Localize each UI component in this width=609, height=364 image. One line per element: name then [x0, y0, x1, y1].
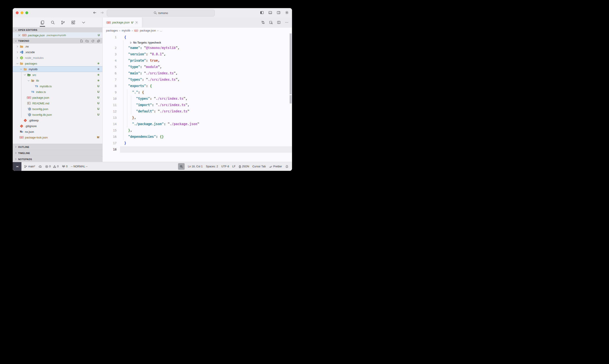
- tree-item-label: .vscode: [25, 51, 35, 54]
- line-number: 12: [103, 108, 117, 115]
- tree-item-index-ts[interactable]: TSindex.tsU: [13, 89, 102, 95]
- breadcrumb-item[interactable]: package.json: [140, 29, 156, 32]
- status-item-prettier[interactable]: Prettier: [269, 165, 282, 168]
- close-editor-icon[interactable]: [18, 34, 21, 37]
- code-editor[interactable]: 1{Nx Targets: typecheck2"name": "@tsmono…: [103, 33, 292, 162]
- tree-item-tsconfig-lib-json[interactable]: TStsconfig.lib.jsonU: [13, 112, 102, 117]
- zoom-indicator[interactable]: [178, 163, 185, 170]
- new-folder-icon[interactable]: [86, 39, 89, 43]
- collapse-all-icon[interactable]: [97, 39, 100, 43]
- tree-item-mytslib-ts[interactable]: TSmytslib.tsU: [13, 83, 102, 89]
- breadcrumb-item[interactable]: ...: [160, 29, 162, 32]
- zoom-window-button[interactable]: [25, 11, 28, 14]
- status-item-lf[interactable]: LF: [232, 165, 236, 168]
- open-editor-item[interactable]: npmpackage.jsonpackages/mytslibU: [13, 32, 102, 38]
- tree-item--vscode[interactable]: .vscode: [13, 49, 102, 55]
- layout-sidebar-right-icon[interactable]: [277, 11, 280, 14]
- tree-item-tsconfig-json[interactable]: TStsconfig.jsonU: [13, 106, 102, 112]
- status-item-ln-18-col-1[interactable]: Ln 18, Col 1: [188, 165, 203, 168]
- layout-sidebar-left-icon[interactable]: [260, 11, 264, 14]
- indent-guide: [123, 64, 123, 70]
- search-icon[interactable]: [51, 20, 55, 25]
- layout-panel-icon[interactable]: [268, 11, 272, 14]
- status-item-0[interactable]: 00: [45, 165, 59, 168]
- breadcrumb-item[interactable]: packages: [106, 29, 118, 32]
- remote-indicator[interactable]: ><: [13, 162, 21, 171]
- indent-guide: [123, 40, 123, 45]
- go-back-button[interactable]: [93, 11, 97, 15]
- status-item-utf-8[interactable]: UTF-8: [221, 165, 229, 168]
- status-item-cursor-tab[interactable]: Cursor Tab: [252, 165, 266, 168]
- status-item-normal[interactable]: -- NORMAL --: [71, 165, 88, 168]
- minimize-window-button[interactable]: [21, 11, 23, 14]
- open-editors-header[interactable]: OPEN EDITORS: [13, 27, 102, 32]
- tab-package-json[interactable]: npm package.json U: [103, 17, 142, 27]
- chevron-down-icon[interactable]: [27, 79, 30, 82]
- markdown-icon: M↓: [27, 102, 31, 104]
- tsconfig-icon: TS: [27, 113, 30, 116]
- source-control-icon[interactable]: [61, 20, 65, 25]
- breadcrumb-item[interactable]: mytslib: [122, 29, 130, 32]
- go-forward-button[interactable]: [100, 11, 104, 15]
- status-item-spaces-2[interactable]: Spaces: 2: [206, 165, 218, 168]
- editor-scrollbar[interactable]: [290, 33, 292, 94]
- desktop-background: tsmono OPEN EDITORS npmpackage.jsonpacka…: [0, 0, 305, 182]
- section-header-outline[interactable]: OUTLINE: [13, 144, 102, 150]
- more-actions-icon[interactable]: [285, 21, 288, 24]
- chevron-right-icon[interactable]: [16, 45, 19, 48]
- indent-guide: [123, 127, 123, 134]
- tree-item-package-lock-json[interactable]: npmpackage-lock.jsonM: [13, 134, 102, 140]
- close-icon[interactable]: [135, 21, 138, 24]
- chevron-right-icon[interactable]: [16, 51, 19, 53]
- statusbar-right: Ln 18, Col 1Spaces: 2UTF-8LF{}JSONCursor…: [178, 163, 292, 170]
- git-status-badge: U: [97, 113, 99, 116]
- statusbar-left: main*000-- NORMAL --: [21, 165, 88, 168]
- status-item-json[interactable]: {}JSON: [239, 165, 249, 168]
- extensions-icon[interactable]: [71, 20, 76, 25]
- tree-item-packages[interactable]: packages: [13, 61, 102, 66]
- command-center-search[interactable]: tsmono: [107, 10, 215, 16]
- chevron-down-icon[interactable]: [81, 20, 86, 25]
- tree-item-label: nx.json: [25, 130, 34, 133]
- tree-item-mytslib[interactable]: mytslib: [13, 66, 102, 72]
- split-editor-icon[interactable]: [277, 21, 281, 24]
- bell-icon: [285, 165, 288, 168]
- status-item-bell-icon[interactable]: [285, 165, 288, 168]
- section-header-timeline[interactable]: TIMELINE: [13, 150, 102, 156]
- section-header-notepads[interactable]: NOTEPADS: [13, 156, 102, 162]
- open-preview-icon[interactable]: [269, 21, 273, 24]
- explorer-icon[interactable]: [40, 20, 45, 25]
- settings-gear-icon[interactable]: [285, 11, 289, 14]
- explorer-section-header[interactable]: TSMONO: [13, 38, 102, 43]
- tree-item-src[interactable]: src: [13, 72, 102, 78]
- line-number: 6: [103, 70, 117, 77]
- chevron-down-icon[interactable]: [16, 62, 19, 65]
- chevron-right-icon[interactable]: [16, 56, 19, 59]
- tree-item-nx-json[interactable]: Nxnx.json: [13, 129, 102, 134]
- refresh-icon[interactable]: [91, 39, 94, 43]
- new-file-icon[interactable]: [80, 39, 83, 43]
- tree-item--gitkeep[interactable]: .gitkeep: [13, 117, 102, 123]
- tree-item-package-json[interactable]: npmpackage.jsonU: [13, 95, 102, 100]
- tree-item-lib[interactable]: lib: [13, 78, 102, 83]
- code-line-15: 15},: [103, 127, 292, 134]
- close-window-button[interactable]: [16, 11, 19, 14]
- chevron-down-icon[interactable]: [23, 74, 26, 76]
- tree-item-readme-md[interactable]: M↓README.mdU: [13, 100, 102, 106]
- status-item-0[interactable]: 0: [62, 165, 68, 168]
- tree-item--gitignore[interactable]: .gitignore: [13, 123, 102, 129]
- git-status-badge: M: [97, 136, 99, 139]
- status-item-cloud-upload-icon[interactable]: [39, 165, 42, 168]
- code-line-16: 16"dependencies": {}: [103, 134, 292, 140]
- history-navigation: [93, 11, 104, 15]
- tree-item-node-modules[interactable]: JSnode_modules: [13, 55, 102, 61]
- indent-guide: [123, 121, 123, 127]
- status-item-main[interactable]: main*: [24, 165, 35, 168]
- editor-scrollbar-decoration[interactable]: [290, 95, 292, 104]
- tree-item--nx[interactable]: .nx: [13, 43, 102, 49]
- indent-guide: [127, 102, 127, 108]
- chevron-down-icon[interactable]: [19, 68, 23, 71]
- folder-open-icon: [23, 67, 27, 71]
- git-compare-icon[interactable]: [261, 21, 265, 24]
- codelens-run-target[interactable]: Nx Targets: typecheck: [103, 40, 292, 45]
